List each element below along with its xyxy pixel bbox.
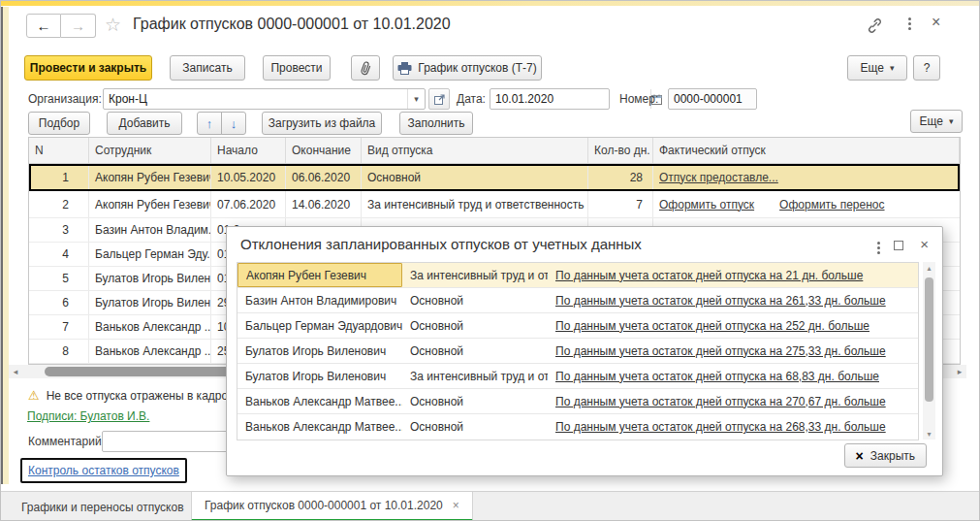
col-header-days[interactable]: Кол-во дн.: [588, 138, 653, 163]
deviation-note-link[interactable]: По данным учета остаток дней отпуска на …: [555, 294, 886, 308]
post-button[interactable]: Провести: [263, 55, 331, 81]
deviation-note-link[interactable]: По данным учета остаток дней отпуска на …: [555, 269, 863, 282]
move-down-button[interactable]: ↓: [221, 112, 246, 135]
deviation-row[interactable]: Ваньков Александр Матвее... Основной По …: [237, 389, 918, 414]
dialog-close-icon[interactable]: ×: [920, 236, 929, 252]
number-label: Номер:: [619, 92, 658, 106]
printer-icon: [397, 62, 412, 75]
make-transfer-link[interactable]: Оформить перенос: [779, 198, 884, 212]
tab-vacation-schedules-list[interactable]: Графики и переносы отпусков ×: [9, 492, 214, 521]
back-icon: ←: [37, 17, 51, 34]
deviation-row[interactable]: Акопян Рубен Гезевич За интенсивный труд…: [237, 263, 918, 288]
attachments-button[interactable]: [351, 55, 380, 81]
deviation-row[interactable]: Бальцер Герман Эдуардович Основной По да…: [237, 313, 918, 339]
arrow-down-icon: ↓: [231, 116, 237, 131]
open-windows-tabbar: Графики и переносы отпусков × График отп…: [1, 491, 979, 521]
forward-button[interactable]: →: [61, 14, 96, 38]
close-x-icon: ×: [856, 448, 864, 464]
scroll-right-icon[interactable]: ▸: [953, 365, 966, 378]
arrow-up-icon: ↑: [206, 116, 213, 131]
deviation-note-link[interactable]: По данным учета остаток дней отпуска на …: [555, 319, 869, 333]
col-header-type[interactable]: Вид отпуска: [362, 138, 588, 163]
dialog-menu-icon[interactable]: [877, 240, 880, 256]
load-from-file-button[interactable]: Загрузить из файла: [262, 112, 382, 135]
warning-message: ⚠ Не все отпуска отражены в кадро: [28, 388, 226, 403]
chevron-down-icon: ▾: [890, 63, 895, 73]
help-button[interactable]: ?: [913, 55, 940, 81]
post-and-close-button[interactable]: Провести и закрыть: [24, 55, 152, 81]
table-row[interactable]: 1 Акопян Рубен Гезевич 10.05.2020 06.06.…: [29, 164, 960, 191]
make-vacation-link[interactable]: Оформить отпуск: [659, 198, 754, 212]
col-header-employee[interactable]: Сотрудник: [89, 138, 211, 163]
deviation-note-link[interactable]: По данным учета остаток дней отпуска на …: [555, 395, 886, 408]
window-menu-icon[interactable]: [908, 16, 911, 32]
dialog-close-button[interactable]: × Закрыть: [844, 443, 927, 468]
vacation-balance-control[interactable]: Контроль остатков отпусков: [20, 458, 187, 483]
organization-label: Организация:: [28, 92, 102, 106]
deviation-row[interactable]: Ваньков Александр Матвее... Основной По …: [237, 414, 918, 440]
organization-input[interactable]: [104, 89, 407, 109]
scroll-left-icon[interactable]: ◂: [9, 365, 22, 378]
deviation-row[interactable]: Базин Антон Владимирович Основной По дан…: [237, 288, 918, 313]
document-window: ← → ☆ График отпусков 0000-000001 от 10.…: [0, 0, 980, 521]
page-title: График отпусков 0000-000001 от 10.01.202…: [133, 16, 451, 33]
close-tab-icon[interactable]: ×: [453, 499, 459, 512]
organization-dropdown-icon[interactable]: ▾: [407, 89, 425, 109]
dialog-vertical-scrollbar[interactable]: ▴ ▾: [923, 262, 935, 440]
col-header-actual[interactable]: Фактический отпуск: [653, 138, 960, 163]
write-button[interactable]: Записать: [170, 55, 245, 81]
pick-button[interactable]: Подбор: [28, 112, 90, 135]
number-input[interactable]: [668, 88, 757, 110]
print-t7-button[interactable]: График отпусков (Т-7): [393, 55, 542, 81]
signatures-link[interactable]: Подписи: Булатов И.В.: [27, 409, 149, 423]
organization-field: ▾: [103, 88, 426, 110]
deviations-table: Акопян Рубен Гезевич За интенсивный труд…: [237, 262, 919, 440]
warning-icon: ⚠: [28, 388, 40, 403]
dialog-title: Отклонения запланированных отпусков от у…: [240, 236, 642, 252]
organization-open-button[interactable]: [428, 88, 450, 110]
col-header-n[interactable]: N: [29, 138, 89, 163]
table-row[interactable]: 2 Акопян Рубен Гезевич 07.06.2020 14.06.…: [29, 191, 960, 218]
deviation-note-link[interactable]: По данным учета остаток дней отпуска на …: [555, 420, 886, 434]
move-up-button[interactable]: ↑: [197, 112, 222, 135]
col-header-end[interactable]: Окончание: [286, 138, 362, 163]
comment-label: Комментарий:: [28, 435, 105, 448]
get-link-icon[interactable]: [867, 18, 883, 33]
date-label: Дата:: [457, 92, 486, 106]
open-link-icon: [434, 94, 445, 105]
scroll-down-icon[interactable]: ▾: [923, 428, 935, 440]
add-button[interactable]: Добавить: [107, 112, 182, 135]
chevron-down-icon: ▾: [949, 116, 954, 126]
deviation-note-link[interactable]: По данным учета остаток дней отпуска на …: [555, 344, 886, 358]
command-more-button[interactable]: Еще ▾: [847, 55, 907, 81]
vertical-scroll-thumb[interactable]: [925, 277, 933, 402]
deviation-row[interactable]: Булатов Игорь Виленович Основной По данн…: [237, 339, 918, 364]
tab-vacation-schedule-document[interactable]: График отпусков 0000-000001 от 10.01.202…: [191, 492, 473, 521]
table-header-row: N Сотрудник Начало Окончание Вид отпуска…: [29, 138, 960, 164]
favorite-star-icon[interactable]: ☆: [105, 14, 121, 36]
forward-icon: →: [71, 17, 85, 34]
dialog-maximize-icon[interactable]: [894, 241, 903, 250]
deviation-note-link[interactable]: По данным учета остаток дней отпуска на …: [555, 370, 879, 383]
deviations-dialog: Отклонения запланированных отпусков от у…: [226, 226, 943, 476]
close-window-icon[interactable]: ×: [932, 14, 940, 31]
window-left-accent: [3, 7, 9, 484]
fill-button[interactable]: Заполнить: [399, 112, 473, 135]
history-nav: ← →: [26, 14, 96, 38]
col-header-start[interactable]: Начало: [211, 138, 286, 163]
deviation-row[interactable]: Булатов Игорь Виленович За интенсивный т…: [237, 364, 918, 389]
vacation-granted-link[interactable]: Отпуск предоставле...: [659, 171, 778, 184]
list-more-button[interactable]: Еще ▾: [910, 110, 963, 133]
date-field: [490, 88, 610, 110]
paperclip-icon: [358, 59, 373, 77]
scroll-up-icon[interactable]: ▴: [923, 262, 935, 274]
window-top-accent: [1, 1, 979, 6]
back-button[interactable]: ←: [26, 14, 61, 38]
